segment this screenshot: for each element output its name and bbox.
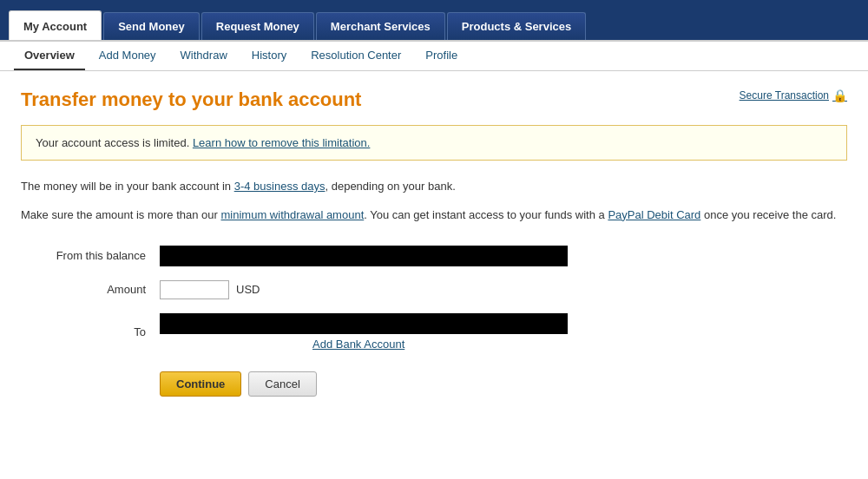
warning-text: Your account access is limited. xyxy=(36,136,193,149)
usd-label: USD xyxy=(236,283,260,296)
amount-label: Amount xyxy=(21,283,160,296)
sub-nav: Overview Add Money Withdraw History Reso… xyxy=(0,42,868,71)
to-label: To xyxy=(21,325,160,338)
to-section: Add Bank Account xyxy=(160,313,568,351)
lock-icon: 🔒 xyxy=(832,89,847,102)
subnav-resolution-center[interactable]: Resolution Center xyxy=(300,42,411,70)
subnav-overview[interactable]: Overview xyxy=(14,42,85,70)
info-p1-start: The money will be in your bank account i… xyxy=(21,180,234,193)
cancel-button[interactable]: Cancel xyxy=(248,371,316,397)
info-paragraph-2: Make sure the amount is more than our mi… xyxy=(21,207,847,225)
tab-my-account[interactable]: My Account xyxy=(9,10,102,40)
subnav-withdraw[interactable]: Withdraw xyxy=(170,42,238,70)
main-content: Transfer money to your bank account Secu… xyxy=(0,71,868,414)
from-balance-value xyxy=(160,246,568,266)
paypal-debit-link[interactable]: PayPal Debit Card xyxy=(608,208,700,221)
page-title: Transfer money to your bank account xyxy=(21,89,361,111)
amount-field: USD xyxy=(160,280,260,299)
subnav-add-money[interactable]: Add Money xyxy=(89,42,167,70)
tab-send-money[interactable]: Send Money xyxy=(103,12,200,40)
warning-box: Your account access is limited. Learn ho… xyxy=(21,125,847,161)
from-balance-field xyxy=(160,246,568,266)
info-p2-start: Make sure the amount is more than our xyxy=(21,208,221,221)
add-bank-account-link[interactable]: Add Bank Account xyxy=(160,338,568,351)
tab-request-money[interactable]: Request Money xyxy=(201,12,314,40)
from-balance-label: From this balance xyxy=(21,249,160,262)
warning-link[interactable]: Learn how to remove this limitation. xyxy=(193,136,370,149)
subnav-history[interactable]: History xyxy=(241,42,297,70)
min-withdrawal-link[interactable]: minimum withdrawal amount xyxy=(221,208,365,221)
tab-merchant-services[interactable]: Merchant Services xyxy=(316,12,445,40)
secure-transaction-link[interactable]: Secure Transaction 🔒 xyxy=(740,89,847,102)
continue-button[interactable]: Continue xyxy=(160,371,241,397)
to-value xyxy=(160,313,568,334)
info-p1-end: , depending on your bank. xyxy=(325,180,455,193)
page-header: Transfer money to your bank account Secu… xyxy=(21,89,847,111)
amount-input[interactable] xyxy=(160,280,229,299)
info-p2-end: once you receive the card. xyxy=(700,208,836,221)
subnav-profile[interactable]: Profile xyxy=(415,42,468,70)
button-row: Continue Cancel xyxy=(21,371,847,397)
info-paragraph-1: The money will be in your bank account i… xyxy=(21,178,847,196)
to-field-row xyxy=(160,313,568,334)
business-days-link[interactable]: 3-4 business days xyxy=(234,180,326,193)
top-nav: My Account Send Money Request Money Merc… xyxy=(0,0,868,42)
amount-row: Amount USD xyxy=(21,280,847,299)
info-p2-mid: . You can get instant access to your fun… xyxy=(364,208,608,221)
to-row: To Add Bank Account xyxy=(21,313,847,351)
secure-transaction-label: Secure Transaction xyxy=(740,89,829,102)
from-balance-row: From this balance xyxy=(21,246,847,266)
tab-products-services[interactable]: Products & Services xyxy=(447,12,586,40)
transfer-form: From this balance Amount USD To Add Bank… xyxy=(21,246,847,397)
